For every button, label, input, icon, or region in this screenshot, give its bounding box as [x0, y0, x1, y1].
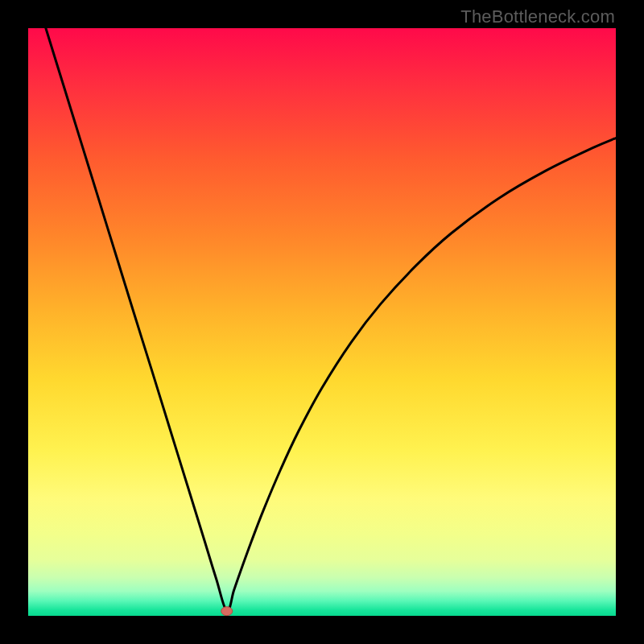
- bottleneck-curve: [28, 28, 616, 616]
- minimum-marker: [221, 607, 233, 616]
- plot-area: [28, 28, 616, 616]
- chart-frame: TheBottleneck.com: [0, 0, 644, 644]
- watermark-text: TheBottleneck.com: [460, 6, 615, 27]
- curve-path: [46, 28, 616, 611]
